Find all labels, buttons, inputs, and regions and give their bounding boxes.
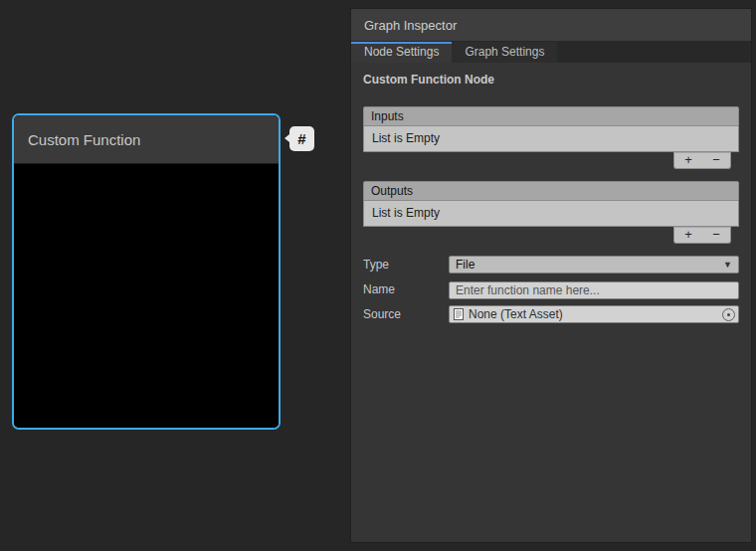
- outputs-list: Outputs List is Empty + −: [363, 181, 739, 244]
- text-asset-icon: [453, 308, 465, 320]
- name-label: Name: [363, 282, 449, 296]
- node-title: Custom Function: [28, 131, 140, 148]
- function-name-input[interactable]: [449, 281, 739, 299]
- object-picker-icon[interactable]: [722, 308, 735, 321]
- shader-graph-canvas[interactable]: Custom Function #: [0, 0, 350, 551]
- outputs-list-footer: + −: [673, 227, 731, 244]
- source-field-row: Source None (Text Asset): [363, 305, 739, 323]
- custom-function-node[interactable]: Custom Function: [12, 113, 281, 430]
- graph-inspector-titlebar: Graph Inspector: [351, 9, 751, 42]
- outputs-remove-button[interactable]: −: [702, 228, 730, 243]
- graph-inspector-title: Graph Inspector: [364, 18, 457, 33]
- source-label: Source: [363, 307, 449, 321]
- type-dropdown-value: File: [456, 258, 474, 272]
- tab-node-settings[interactable]: Node Settings: [351, 42, 452, 63]
- inputs-list-empty-row: List is Empty: [363, 126, 739, 152]
- type-field-row: Type File ▼: [363, 256, 739, 274]
- node-settings-fields: Type File ▼ Name Source: [363, 256, 739, 323]
- inputs-list: Inputs List is Empty + −: [363, 106, 739, 169]
- graph-inspector-panel: Graph Inspector Node Settings Graph Sett…: [350, 8, 752, 543]
- inputs-remove-button[interactable]: −: [702, 153, 730, 168]
- node-preview-area: [14, 164, 279, 430]
- inputs-list-header: Inputs: [363, 106, 739, 126]
- section-title-custom-function-node: Custom Function Node: [363, 73, 739, 87]
- source-object-field[interactable]: None (Text Asset): [449, 305, 739, 323]
- inputs-add-button[interactable]: +: [674, 153, 702, 168]
- outputs-add-button[interactable]: +: [674, 228, 702, 243]
- tab-graph-settings[interactable]: Graph Settings: [452, 42, 557, 63]
- type-dropdown[interactable]: File ▼: [449, 256, 739, 274]
- name-field-row: Name: [363, 280, 739, 298]
- chevron-down-icon: ▼: [723, 260, 732, 270]
- node-hash-badge[interactable]: #: [289, 126, 314, 151]
- type-label: Type: [363, 258, 449, 272]
- inspector-body: Custom Function Node Inputs List is Empt…: [351, 63, 751, 323]
- inspector-tab-bar: Node Settings Graph Settings: [351, 42, 751, 63]
- name-field-wrap: [449, 280, 739, 298]
- outputs-list-header: Outputs: [363, 181, 739, 201]
- node-header[interactable]: Custom Function: [14, 115, 279, 164]
- inputs-list-footer: + −: [673, 152, 731, 169]
- outputs-list-empty-row: List is Empty: [363, 201, 739, 227]
- source-object-value: None (Text Asset): [469, 307, 563, 321]
